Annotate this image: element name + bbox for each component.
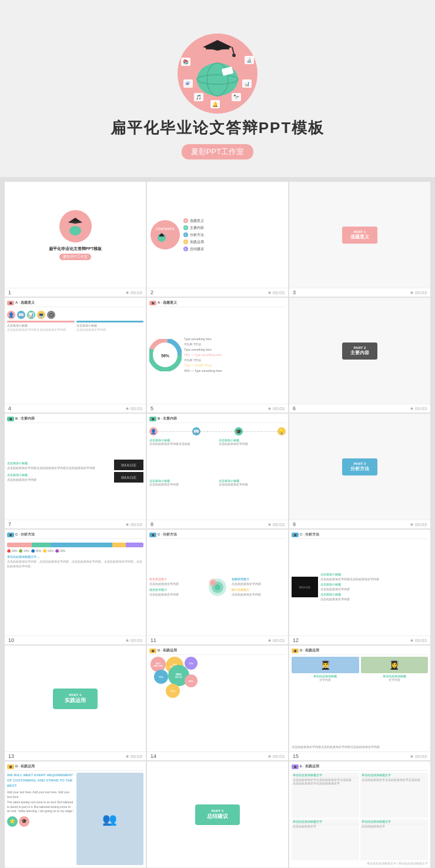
- icon-person: 👤: [7, 311, 15, 319]
- slide5-pct1: 35% — Type something here: [184, 352, 286, 358]
- slide11-label3: 创新研究能力: [232, 577, 286, 582]
- part1-title: 选题意义: [350, 234, 369, 240]
- slide1-time: ★ 00:03: [125, 290, 142, 295]
- svg-point-24: [69, 226, 81, 235]
- slide11-footer: 11 ★ 00:03: [147, 636, 288, 644]
- slide-3[interactable]: PART 1 选题意义 3 ★ 00:03: [289, 182, 430, 297]
- slide11-label1: 组合竞技能力: [149, 577, 203, 582]
- slide10-legend: 🔴 18%🟢 14%🔵 45%🟡 10%🟣 23%: [7, 549, 143, 553]
- slide-12[interactable]: 🎓 C · 分析方法 IMAGE 点击添加小标题 点击此处添加文字内容点击此处添…: [289, 530, 430, 644]
- slide10-subtitle: 单击此处添加标题文字 ...: [7, 555, 143, 558]
- slide9-footer: 9 ★ 00:03: [289, 520, 430, 528]
- slide-6[interactable]: PART 2 主要内容 6 ★ 00:03: [289, 298, 430, 413]
- slide18-section-title: 🎓 E · 实践运用: [292, 764, 428, 771]
- slide-18[interactable]: 🎓 E · 实践运用 单击此处添加标题文字 点击此处添加文字点击此处添加文字点击…: [289, 761, 430, 868]
- slide4-num: 4: [8, 405, 11, 411]
- slide7-sub1: 点击添加小标题: [7, 461, 112, 465]
- slide7-time: ★ 00:03: [125, 522, 142, 527]
- slide-14[interactable]: 🎓 D · 实践运用 85%PART ONE 75%PART TWO 73% 7…: [147, 646, 288, 760]
- slide5-pct2: 71% — YOUR TITLE: [184, 363, 286, 368]
- slide1-footer: 1 ★ 00:03: [5, 288, 146, 297]
- slide5-label3: Type something here: [184, 347, 286, 352]
- slide4-text2: 点击添加小标题: [76, 324, 144, 328]
- slide12-time: ★ 00:03: [410, 638, 427, 643]
- slide15-num: 15: [293, 753, 299, 759]
- slide3-num: 3: [293, 290, 296, 295]
- slide14-footer: 14 ★ 00:03: [147, 751, 288, 760]
- slide5-label4: YOUR TITLE: [184, 358, 286, 363]
- slide11-body1: 点击此处添加文字内容: [149, 582, 203, 587]
- slide11-label2: 综合技术能力: [149, 588, 203, 593]
- slide11-label4: 统计分析能力: [232, 588, 286, 593]
- slide10-footer: 10 ★ 00:03: [5, 636, 146, 644]
- slide-11[interactable]: 🎓 C · 分析方法 组合竞技能力 点击此处添加文字内容 综合技术能力 点击此处…: [147, 530, 288, 644]
- slide-1[interactable]: 扁平化毕业论文答辩PPT模板 夏彰PPT工作室 1 ★ 00:03: [5, 182, 146, 297]
- slide-4[interactable]: 🎓 A · 选题意义 👤 📖 📊 💻 ⬡ 点击添加小标题 点击此处添加文字内容点…: [5, 298, 146, 413]
- slide7-image1: IMAGE: [114, 460, 143, 470]
- slide13-num: 13: [8, 753, 14, 759]
- slide-15[interactable]: 🎓 D · 实践运用 👨‍🎓 单击此处添加标题 文字内容 👩‍🎓 单击此处添加标…: [289, 646, 430, 760]
- slide8-icon4: 💡: [277, 427, 286, 436]
- slide-2[interactable]: CONTENTS A选题意义 B主要内容 C分析方法 D实践运用 E总结建议: [147, 182, 288, 297]
- slide11-gear: [206, 576, 229, 599]
- slide5-footer: 5 ★ 00:03: [147, 404, 288, 413]
- svg-text:🔬: 🔬: [246, 57, 252, 63]
- slide-17[interactable]: PART 5 总结建议 17 ★ 00:03: [147, 761, 288, 868]
- slide2-time: ★ 00:03: [267, 290, 285, 295]
- svg-point-39: [210, 580, 215, 585]
- slide8-footer: 8 ★ 00:03: [147, 520, 288, 528]
- slide7-image2: IMAGE: [114, 472, 143, 483]
- slide11-body3: 点击此处添加文字内容: [232, 582, 286, 587]
- slides-grid: 扁平化毕业论文答辩PPT模板 夏彰PPT工作室 1 ★ 00:03 CONTEN…: [0, 177, 435, 868]
- slide-9[interactable]: PART 3 分析方法 9 ★ 00:03: [289, 414, 430, 528]
- part3-title: 分析方法: [350, 465, 369, 472]
- slide16-section-title: 🎓 D · 实践运用: [7, 764, 143, 771]
- slide4-section-title: 🎓 A · 选题意义: [7, 300, 143, 307]
- slide8-num: 8: [150, 521, 153, 527]
- slide5-pct3: 45% — Type something here: [184, 368, 286, 374]
- slide13-time: ★ 00:03: [125, 754, 142, 759]
- slide7-footer: 7 ★ 00:03: [5, 520, 146, 528]
- svg-text:📊: 📊: [244, 81, 250, 87]
- slide-16[interactable]: 🎓 D · 实践运用 WE WILL MEET EVERY REQUIREMEN…: [5, 761, 146, 868]
- slide-13[interactable]: PART 4 实践运用 13 ★ 00:03: [5, 646, 146, 760]
- slide12-footer: 12 ★ 00:03: [289, 636, 430, 644]
- slide5-time: ★ 00:03: [267, 406, 285, 411]
- part5-badge: PART 5 总结建议: [195, 804, 240, 825]
- slide3-time: ★ 00:03: [410, 290, 427, 295]
- slide18-grid: 单击此处添加标题文字 点击此处添加文字点击此处添加文字点击此处 点击此处添加文字…: [292, 773, 428, 860]
- hero-illustration: 📚 🔬 ⚗️ 📊 🎵 🔭 🔔: [170, 24, 265, 118]
- part2-badge: PART 2 主要内容: [342, 342, 377, 360]
- slide16-icon1: ⭐: [7, 816, 18, 827]
- slide14-num: 14: [150, 753, 156, 759]
- slide12-num: 12: [293, 637, 299, 643]
- slide15-body: 点击此处添加文字内容点击此处添加文字内容点击此处添加文字内容: [292, 745, 428, 749]
- slide10-body: 点击此处添加文字内容，点击此处添加文字内容，点击此处添加文字内容。点击此处添加文…: [7, 560, 143, 633]
- slide8-line1: [158, 431, 192, 432]
- slide10-section-title: 🎓 C · 分析方法: [7, 532, 143, 539]
- slide-10[interactable]: 🎓 C · 分析方法 🔴 18%🟢 14%🔵 45%🟡 10%🟣 23% 单击此…: [5, 530, 146, 644]
- slide-5[interactable]: 🎓 A · 选题意义 56% Type someth: [147, 298, 288, 413]
- contents-list: A选题意义 B主要内容 C分析方法 D实践运用 E总结建议: [183, 217, 204, 252]
- slide15-section-title: 🎓 D · 实践运用: [292, 648, 428, 655]
- slide4-body1: 点击此处添加文字内容点击此处添加文字内容: [7, 328, 75, 332]
- slide6-num: 6: [293, 405, 296, 411]
- icon-pc: 💻: [37, 311, 45, 319]
- slide16-photo: 👥: [76, 773, 144, 865]
- svg-point-7: [232, 54, 236, 57]
- slide-8[interactable]: 🎓 B · 主要内容 👤 📖 🎓: [147, 414, 288, 528]
- slide-7[interactable]: 🎓 B · 主要内容 点击添加小标题 点击此处添加文字内容点击此处添加文字内容点…: [5, 414, 146, 528]
- slide1-num: 1: [8, 290, 11, 295]
- slide11-time: ★ 00:03: [267, 638, 285, 643]
- slide4-time: ★ 00:03: [125, 406, 142, 411]
- icon-hex: ⬡: [47, 311, 55, 319]
- slide15-footer: 15 ★ 00:03: [289, 751, 430, 760]
- slide8-text2: 点击添加小标题 点击此处添加文字内容: [219, 438, 286, 477]
- slide7-num: 7: [8, 521, 11, 527]
- slide7-section-title: 🎓 B · 主要内容: [7, 416, 143, 423]
- slide16-text: WE WILL MEET EVERY REQUIREMENT OF CUSTOM…: [7, 773, 75, 865]
- slide14-bubbles: 85%PART ONE 75%PART TWO 73% 70% 95%Add t…: [149, 657, 286, 749]
- slide1-sub: 夏彰PPT工作室: [59, 254, 91, 260]
- hero-title: 扁平化毕业论文答辩PPT模板: [111, 118, 325, 138]
- slide10-num: 10: [8, 637, 14, 643]
